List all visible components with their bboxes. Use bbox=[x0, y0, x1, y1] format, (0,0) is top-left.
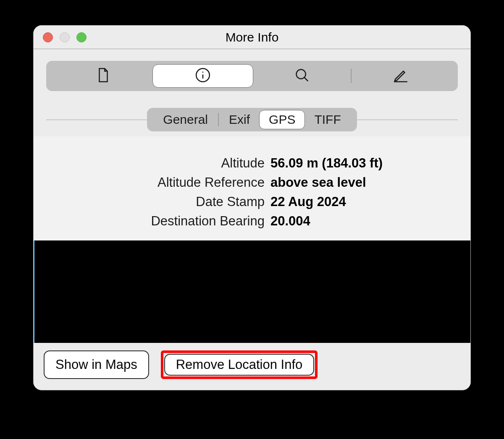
more-info-window: More Info bbox=[33, 25, 471, 390]
row-destination-bearing: Destination Bearing 20.004 bbox=[44, 214, 460, 229]
bottom-button-bar: Show in Maps Remove Location Info bbox=[34, 343, 470, 390]
pencil-icon bbox=[393, 67, 409, 85]
window-controls bbox=[43, 32, 87, 42]
sub-tabs-row: General Exif GPS TIFF bbox=[46, 108, 458, 131]
tab-tiff[interactable]: TIFF bbox=[305, 110, 350, 129]
tab-separator bbox=[218, 113, 219, 126]
tab-document[interactable] bbox=[55, 64, 152, 88]
row-date-stamp: Date Stamp 22 Aug 2024 bbox=[44, 194, 460, 209]
minimize-window-button[interactable] bbox=[60, 32, 70, 42]
toolbar-wrap: General Exif GPS TIFF bbox=[34, 49, 470, 136]
svg-point-2 bbox=[202, 72, 203, 73]
row-altitude-reference: Altitude Reference above sea level bbox=[44, 175, 460, 190]
divider-right bbox=[357, 120, 458, 120]
info-icon bbox=[195, 67, 211, 85]
tab-info[interactable] bbox=[152, 64, 253, 88]
tab-gps[interactable]: GPS bbox=[259, 110, 305, 129]
value-date-stamp: 22 Aug 2024 bbox=[270, 194, 346, 209]
tab-exif[interactable]: Exif bbox=[220, 110, 259, 129]
map-preview[interactable] bbox=[34, 240, 470, 343]
tab-general[interactable]: General bbox=[154, 110, 217, 129]
zoom-window-button[interactable] bbox=[76, 32, 87, 42]
titlebar: More Info bbox=[34, 26, 470, 49]
svg-point-3 bbox=[297, 70, 306, 79]
main-toolbar bbox=[46, 61, 458, 91]
label-altitude-reference: Altitude Reference bbox=[44, 175, 270, 190]
label-altitude: Altitude bbox=[44, 156, 270, 171]
svg-line-4 bbox=[304, 78, 308, 81]
remove-location-info-button[interactable]: Remove Location Info bbox=[164, 354, 315, 376]
window-title: More Info bbox=[34, 30, 470, 44]
divider-left bbox=[46, 120, 147, 120]
metadata-tabs: General Exif GPS TIFF bbox=[147, 108, 357, 131]
search-icon bbox=[294, 67, 310, 85]
label-destination-bearing: Destination Bearing bbox=[44, 214, 270, 229]
show-in-maps-button[interactable]: Show in Maps bbox=[44, 350, 149, 379]
document-icon bbox=[95, 67, 111, 85]
gps-info-panel: Altitude 56.09 m (184.03 ft) Altitude Re… bbox=[34, 136, 470, 240]
value-destination-bearing: 20.004 bbox=[270, 214, 310, 229]
highlight-annotation: Remove Location Info bbox=[161, 350, 318, 379]
tab-search[interactable] bbox=[253, 64, 351, 88]
value-altitude-reference: above sea level bbox=[270, 175, 366, 190]
close-window-button[interactable] bbox=[43, 32, 53, 42]
row-altitude: Altitude 56.09 m (184.03 ft) bbox=[44, 156, 460, 171]
label-date-stamp: Date Stamp bbox=[44, 194, 270, 209]
value-altitude: 56.09 m (184.03 ft) bbox=[270, 156, 383, 171]
tab-edit[interactable] bbox=[352, 64, 449, 88]
